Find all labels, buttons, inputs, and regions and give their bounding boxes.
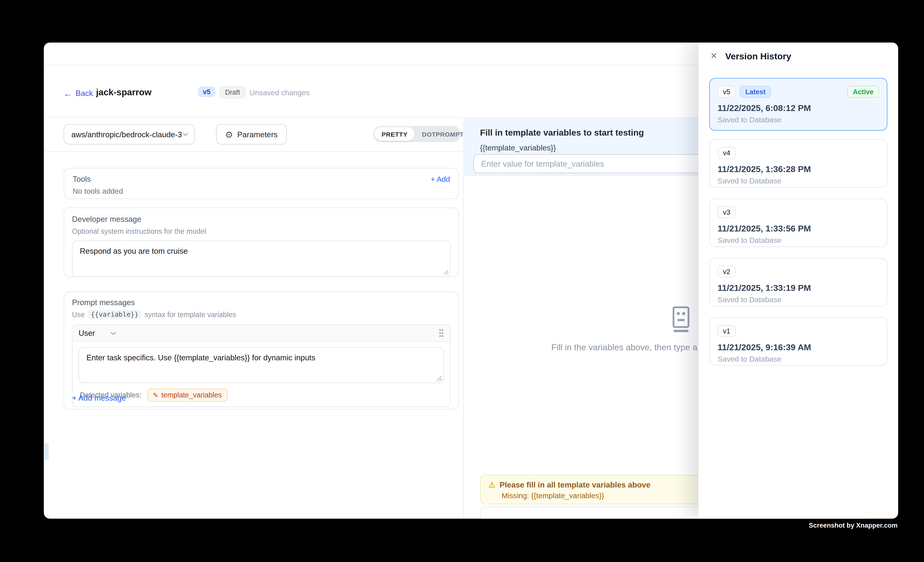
version-id-badge: v5 [718, 86, 736, 98]
screenshot-canvas: ← Back jack-sparrow v5 Draft Unsaved cha… [0, 0, 924, 562]
model-row-divider [44, 151, 463, 152]
hint-suffix: syntax for template variables [144, 310, 236, 319]
version-card-v1[interactable]: v1 11/21/2025, 9:16:39 AM Saved to Datab… [709, 317, 888, 366]
model-toolbar: aws/anthropic/bedrock-claude-3-5-s... ⚙ … [44, 117, 463, 151]
version-saved-status: Saved to Database [718, 296, 879, 304]
tools-empty-text: No tools added [73, 187, 450, 195]
version-id-badge: v4 [718, 147, 736, 159]
draft-badge: Draft [220, 86, 246, 98]
back-button[interactable]: ← Back [64, 89, 93, 98]
toggle-pretty[interactable]: PRETTY [374, 127, 415, 141]
detected-variable-chip[interactable]: ✎ template_variables [147, 389, 227, 402]
parameters-button[interactable]: ⚙ Parameters [216, 124, 286, 144]
add-tool-button[interactable]: + Add [430, 175, 450, 183]
tools-card: Tools + Add No tools added [64, 168, 459, 199]
prompt-messages-card: Prompt messages Use {{variable}} syntax … [64, 291, 459, 410]
version-history-header: ✕ Version History [699, 43, 898, 69]
chevron-down-icon [183, 132, 189, 136]
version-card-v4[interactable]: v4 11/21/2025, 1:36:28 PM Saved to Datab… [709, 139, 888, 188]
template-variable-input[interactable] [473, 154, 707, 173]
prompt-messages-hint: Use {{variable}} syntax for template var… [72, 310, 451, 319]
version-date: 11/21/2025, 9:16:39 AM [718, 342, 879, 352]
version-card-v3[interactable]: v3 11/21/2025, 1:33:56 PM Saved to Datab… [709, 199, 888, 247]
add-message-button[interactable]: + Add message [72, 393, 126, 402]
message-role-value: User [78, 329, 95, 338]
version-saved-status: Saved to Database [718, 177, 879, 185]
robot-face-icon [670, 306, 692, 333]
version-id-badge: v1 [718, 325, 736, 337]
version-date: 11/21/2025, 1:33:19 PM [718, 283, 879, 293]
toggle-dotprompt[interactable]: DOTPROMPT [415, 127, 471, 141]
prompt-messages-label: Prompt messages [72, 298, 451, 307]
model-select-value: aws/anthropic/bedrock-claude-3-5-s... [71, 130, 183, 139]
version-date: 11/21/2025, 1:33:56 PM [718, 224, 879, 233]
developer-message-card: Developer message Optional system instru… [64, 208, 459, 277]
message-block: User Enter task specifics. Use {{templat… [72, 324, 451, 407]
latest-badge: Latest [740, 86, 771, 98]
model-select[interactable]: aws/anthropic/bedrock-claude-3-5-s... [64, 124, 195, 144]
detected-variable-name: template_variables [161, 391, 222, 399]
version-saved-status: Saved to Database [718, 236, 879, 245]
page-header: ← Back jack-sparrow v5 Draft Unsaved cha… [44, 65, 463, 117]
version-badge: v5 [198, 86, 215, 97]
active-badge: Active [848, 86, 879, 98]
tools-label: Tools [73, 174, 91, 184]
developer-message-hint: Optional system instructions for the mod… [72, 227, 451, 236]
version-date: 11/22/2025, 6:08:12 PM [718, 103, 879, 113]
version-history-title: Version History [725, 51, 791, 61]
variable-syntax-chip: {{variable}} [88, 310, 141, 319]
back-arrow-icon: ← [64, 89, 72, 97]
chevron-down-icon [111, 331, 117, 335]
gear-icon: ⚙ [225, 130, 233, 139]
user-message-input[interactable]: Enter task specifics. Use {{template_var… [79, 348, 443, 383]
app-window: ← Back jack-sparrow v5 Draft Unsaved cha… [44, 43, 898, 519]
format-toggle: PRETTY DOTPROMPT [373, 126, 461, 142]
version-saved-status: Saved to Database [718, 355, 879, 363]
hint-prefix: Use [72, 310, 85, 319]
template-variable-label: {{template_variables}} [480, 143, 556, 152]
version-id-badge: v3 [718, 206, 736, 218]
developer-message-label: Developer message [72, 215, 451, 224]
version-id-badge: v2 [718, 266, 736, 278]
version-date: 11/21/2025, 1:36:28 PM [718, 164, 879, 174]
version-saved-status: Saved to Database [718, 116, 879, 124]
drag-handle-icon[interactable] [439, 329, 444, 338]
developer-message-input[interactable]: Respond as you are tom cruise [73, 241, 450, 277]
warning-title-text: Please fill in all template variables ab… [500, 480, 650, 489]
message-header: User [73, 325, 450, 342]
version-card-v5[interactable]: v5 Latest Active 11/22/2025, 6:08:12 PM … [709, 78, 888, 130]
watermark: Screenshot by Xnapper.com [809, 522, 898, 529]
close-icon[interactable]: ✕ [710, 52, 718, 60]
version-history-panel: ✕ Version History v5 Latest Active 11/22… [699, 43, 898, 519]
message-role-select[interactable]: User [78, 329, 117, 338]
parameters-label: Parameters [237, 130, 278, 139]
unsaved-changes-label: Unsaved changes [250, 89, 310, 97]
left-edge-tab[interactable] [44, 443, 49, 460]
back-label: Back [76, 89, 93, 98]
page-title: jack-sparrow [96, 87, 152, 97]
warning-icon: ⚠ [489, 481, 495, 489]
version-card-v2[interactable]: v2 11/21/2025, 1:33:19 PM Saved to Datab… [709, 258, 888, 306]
banner-title: Fill in template variables to start test… [480, 128, 644, 138]
pencil-icon: ✎ [153, 391, 158, 399]
